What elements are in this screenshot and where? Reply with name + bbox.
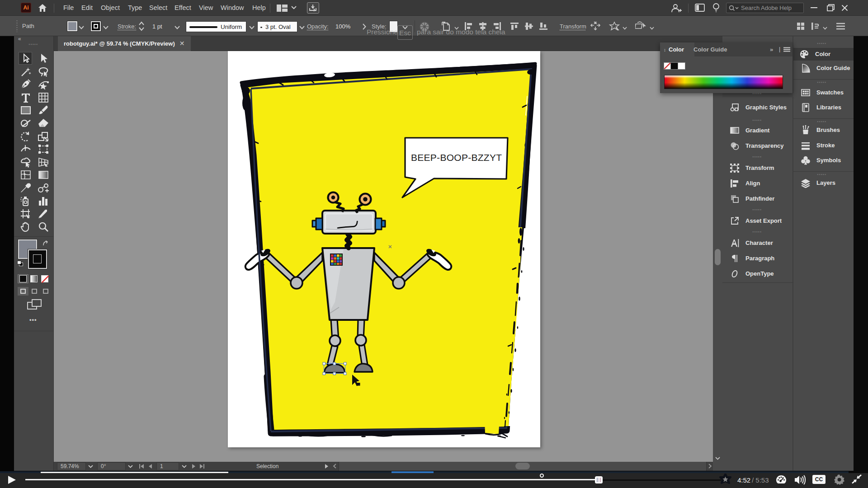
svg-text:BEEP-BOOP-BZZYT: BEEP-BOOP-BZZYT	[411, 152, 502, 163]
